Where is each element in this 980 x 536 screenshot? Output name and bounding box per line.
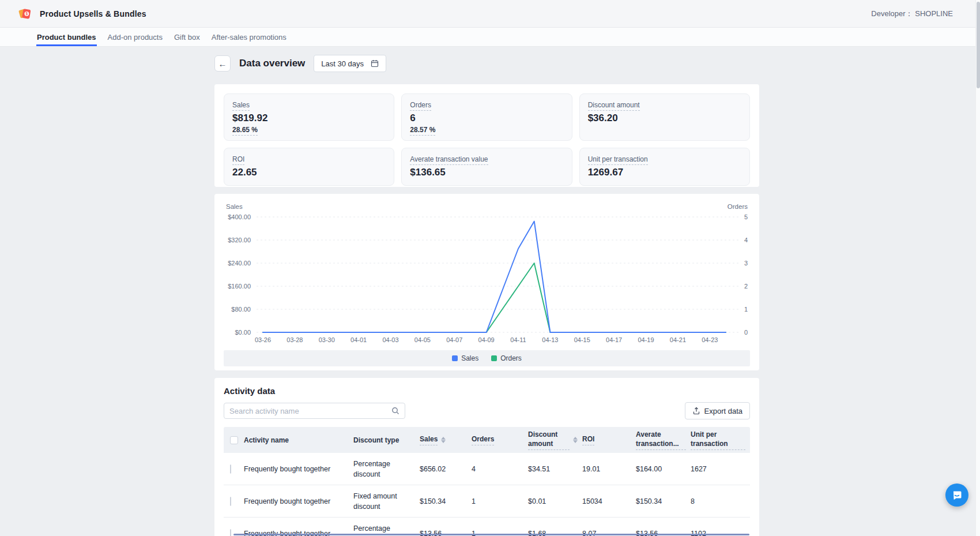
cell-activity-name: Frequently bought together: [244, 460, 353, 478]
stat-cards: Sales$819.9228.65 %Orders628.57 %Discoun…: [224, 93, 750, 186]
top-bar: $ Product Upsells & Bundles Developer： S…: [0, 0, 980, 28]
scrollbar-thumb[interactable]: [977, 2, 980, 88]
stat-label: Sales: [232, 101, 250, 111]
calendar-icon: [371, 59, 379, 68]
activity-panel: Activity data: [214, 378, 759, 536]
legend-item-sales[interactable]: Sales: [452, 354, 478, 362]
right-axis-tick: 3: [744, 260, 748, 267]
stat-card-averate-transaction-value: Averate transaction value$136.65: [401, 148, 572, 186]
stat-label: ROI: [232, 155, 244, 165]
app-title: Product Upsells & Bundles: [40, 9, 146, 18]
x-axis-tick: 04-07: [446, 336, 462, 343]
stat-card-sales: Sales$819.9228.65 %: [224, 93, 394, 141]
chat-launcher-icon: [951, 489, 963, 501]
column-header-sales: Sales: [420, 432, 472, 448]
search-input[interactable]: [229, 407, 391, 415]
search-icon[interactable]: [391, 407, 399, 415]
cell-unit-per-transaction: 8: [691, 493, 750, 510]
stat-value: $136.65: [410, 167, 563, 178]
title-row: ← Data overview Last 30 days: [214, 55, 759, 72]
right-axis-tick: 4: [744, 237, 748, 243]
row-checkbox[interactable]: [230, 464, 231, 474]
stat-change: 28.57 %: [410, 126, 435, 136]
stat-value: $36.20: [588, 113, 741, 124]
left-axis-title: Sales: [226, 203, 243, 210]
row-checkbox[interactable]: [230, 529, 231, 536]
table-horizontal-scrollbar[interactable]: [233, 534, 749, 535]
stat-value: 6: [410, 113, 563, 124]
column-label: Averate transaction...: [636, 430, 686, 450]
x-axis-tick: 03-26: [255, 336, 271, 343]
column-label: Discount amount: [528, 430, 570, 450]
x-axis-tick: 04-01: [350, 336, 367, 343]
column-label: Orders: [472, 434, 494, 445]
app-logo-icon: $: [17, 6, 32, 21]
window-scrollbar[interactable]: [975, 0, 980, 536]
column-label: Discount type: [353, 436, 399, 445]
cell-discount-amount: $0.01: [528, 493, 582, 510]
series-line-orders: [263, 263, 726, 332]
x-axis-tick: 03-30: [319, 336, 335, 343]
chart-legend: SalesOrders: [224, 350, 750, 366]
svg-text:$: $: [26, 12, 28, 16]
x-axis-tick: 04-03: [382, 336, 398, 343]
column-header-orders: Orders: [472, 432, 528, 448]
cell-averate-transaction: $150.34: [636, 493, 691, 510]
right-axis-tick: 1: [744, 306, 748, 313]
back-button[interactable]: ←: [214, 55, 231, 72]
x-axis-tick: 03-28: [287, 336, 303, 343]
legend-item-orders[interactable]: Orders: [491, 354, 522, 362]
left-axis-tick: $400.00: [228, 213, 251, 220]
tab-add-on-products[interactable]: Add-on products: [107, 28, 163, 46]
column-header-unit-per-transaction: Unit per transaction: [691, 427, 750, 453]
stat-change: 28.65 %: [232, 126, 258, 136]
right-axis-tick: 2: [744, 283, 748, 290]
left-axis-tick: $0.00: [235, 329, 251, 336]
cell-sales: $150.34: [420, 493, 472, 510]
tab-bar: Product bundlesAdd-on productsGift boxAf…: [0, 28, 980, 47]
date-range-picker[interactable]: Last 30 days: [314, 55, 386, 72]
activity-table: Activity nameDiscount typeSalesOrdersDis…: [224, 427, 750, 536]
cell-roi: 15034: [582, 493, 636, 510]
cell-checkbox: [224, 460, 244, 478]
stat-card-wrap: Sales: [232, 99, 386, 111]
left-axis-tick: $160.00: [228, 283, 251, 290]
column-label: Activity name: [244, 436, 289, 445]
export-icon: [692, 407, 700, 415]
legend-label: Sales: [461, 354, 478, 362]
stat-label: Averate transaction value: [410, 155, 488, 165]
sort-icon[interactable]: [441, 437, 446, 443]
stat-card-roi: ROI22.65: [224, 148, 394, 186]
stat-value: 1269.67: [588, 167, 741, 178]
left-axis-tick: $320.00: [228, 237, 251, 243]
table-row[interactable]: Frequently bought togetherFixed amount d…: [224, 485, 750, 518]
chat-launcher-button[interactable]: [945, 483, 968, 507]
x-axis-tick: 04-13: [542, 336, 558, 343]
stat-card-wrap: Discount amount: [588, 99, 741, 111]
developer-info: Developer： SHOPLINE: [871, 9, 953, 19]
export-label: Export data: [704, 407, 743, 415]
cell-sales: $656.02: [420, 460, 472, 478]
legend-label: Orders: [500, 354, 522, 362]
tab-gift-box[interactable]: Gift box: [174, 28, 201, 46]
sort-icon[interactable]: [573, 437, 578, 443]
cell-activity-name: Frequently bought together: [244, 493, 353, 510]
export-data-button[interactable]: Export data: [685, 402, 751, 419]
x-axis-tick: 04-19: [638, 336, 654, 343]
x-axis-tick: 04-15: [574, 336, 590, 343]
stat-label: Unit per transaction: [588, 155, 648, 165]
legend-swatch-sales: [452, 355, 458, 361]
developer-label: Developer：: [871, 9, 913, 18]
series-line-sales: [263, 222, 726, 333]
date-range-value: Last 30 days: [321, 59, 364, 68]
table-row[interactable]: Frequently bought togetherPercentage dis…: [224, 453, 750, 485]
x-axis-tick: 04-17: [606, 336, 622, 343]
tab-after-sales-promotions[interactable]: After-sales promotions: [211, 28, 287, 46]
select-all-checkbox[interactable]: [230, 436, 238, 444]
left-arrow-icon: ←: [218, 59, 227, 69]
row-checkbox[interactable]: [230, 497, 231, 506]
tab-product-bundles[interactable]: Product bundles: [36, 28, 97, 46]
column-header-checkbox: [224, 433, 244, 447]
stat-card-wrap: Orders: [410, 99, 563, 111]
stat-card-discount-amount: Discount amount$36.20: [579, 93, 750, 141]
